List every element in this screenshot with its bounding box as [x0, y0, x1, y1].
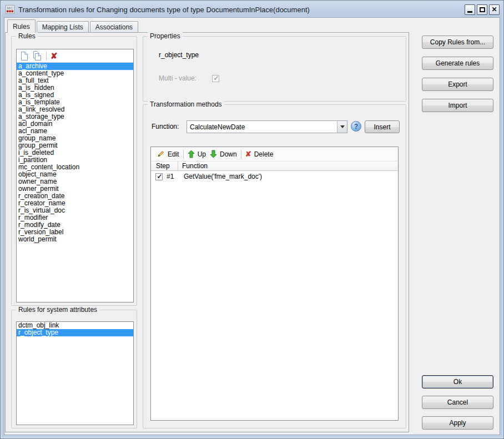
pencil-icon — [157, 150, 165, 158]
arrow-down-icon — [210, 150, 217, 158]
step-function: GetValue('fme_mark_doc') — [184, 173, 262, 180]
copy-page-icon — [32, 51, 42, 60]
tab[interactable]: Associations — [90, 21, 138, 32]
close-button[interactable]: ✕ — [489, 4, 500, 15]
system-rules-list: dctm_obj_linkr_object_type — [16, 321, 134, 425]
app-icon: MC — [6, 5, 14, 14]
delete-step-label: Delete — [254, 150, 274, 158]
dialog-action-button[interactable]: Apply — [422, 416, 493, 430]
chevron-down-icon — [340, 125, 345, 128]
multi-value-label: Multi - value: — [159, 74, 196, 82]
edit-step-button[interactable]: Edit — [157, 150, 179, 158]
system-rules-group: Rules for system attributes dctm_obj_lin… — [11, 310, 137, 428]
insert-button[interactable]: Insert — [365, 120, 400, 133]
system-rule-item[interactable]: r_object_type — [17, 329, 133, 336]
table-row[interactable]: #1 GetValue('fme_mark_doc') — [151, 171, 398, 182]
steps-table: Edit Up Down — [150, 147, 399, 421]
delete-x-icon: ✘ — [245, 150, 251, 158]
tab[interactable]: Rules — [7, 19, 36, 33]
function-column-header[interactable]: Function — [178, 162, 208, 170]
steps-table-body: #1 GetValue('fme_mark_doc') — [151, 171, 398, 182]
delete-step-button[interactable]: ✘ Delete — [245, 150, 274, 158]
rules-group-label: Rules — [16, 32, 38, 40]
rules-tab-page: Rules — [5, 32, 409, 432]
window-controls: ✕ — [465, 4, 500, 15]
toolbar-separator — [241, 150, 241, 159]
arrow-up-icon — [188, 150, 195, 158]
steps-toolbar: Edit Up Down — [151, 147, 398, 162]
side-action-button[interactable]: Generate rules — [422, 57, 493, 70]
side-action-button[interactable]: Export — [422, 78, 493, 91]
step-number: #1 — [167, 173, 179, 180]
rule-item[interactable]: world_permit — [17, 236, 133, 243]
side-action-button[interactable]: Import — [422, 99, 493, 112]
toolbar-separator — [46, 52, 47, 60]
function-select-dropdown-button[interactable] — [337, 121, 347, 133]
new-rule-button[interactable] — [19, 52, 28, 60]
tab-strip: RulesMapping ListsAssociations — [7, 19, 139, 33]
help-icon[interactable]: ? — [351, 121, 361, 132]
transformation-group: Transformation methods Function: Calcula… — [143, 104, 406, 428]
multi-value-checkbox — [212, 75, 219, 82]
function-select[interactable]: CalculateNewDate — [187, 120, 347, 133]
move-down-label: Down — [220, 150, 237, 158]
properties-group: Properties r_object_type Multi - value: — [143, 36, 406, 102]
dialog-action-button[interactable]: Ok — [422, 375, 493, 388]
transformation-group-label: Transformation methods — [148, 100, 224, 108]
window-title: Transformation rules for Changing docume… — [18, 6, 310, 14]
title-bar[interactable]: MC Transformation rules for Changing doc… — [2, 2, 502, 17]
new-page-icon — [19, 52, 28, 60]
rules-list-body: a_archivea_content_typea_full_texta_is_h… — [17, 63, 133, 243]
move-up-label: Up — [198, 150, 206, 158]
function-label: Function: — [152, 123, 179, 130]
close-icon: ✕ — [491, 6, 497, 13]
maximize-button[interactable] — [477, 4, 487, 15]
rules-group: Rules — [11, 36, 137, 306]
edit-step-label: Edit — [168, 150, 179, 158]
dialog-client-area: RulesMapping ListsAssociations Rules — [4, 17, 500, 435]
minimize-button[interactable] — [465, 4, 475, 15]
delete-rule-button[interactable]: ✘ — [51, 52, 58, 60]
attribute-name: r_object_type — [159, 51, 199, 59]
dialog-window: MC Transformation rules for Changing doc… — [0, 0, 504, 439]
rules-list: ✘ a_archivea_content_typea_full_texta_is… — [16, 49, 134, 302]
rules-list-toolbar: ✘ — [17, 49, 133, 63]
side-action-button[interactable]: Copy Rules from... — [422, 36, 493, 49]
multi-value-row: Multi - value: — [159, 74, 219, 82]
tab[interactable]: Mapping Lists — [37, 21, 89, 32]
step-enabled-checkbox[interactable] — [155, 173, 163, 180]
toolbar-separator — [183, 150, 184, 159]
dialog-action-button[interactable]: Cancel — [422, 396, 493, 409]
properties-group-label: Properties — [148, 32, 183, 40]
move-up-button[interactable]: Up — [188, 150, 206, 158]
system-rules-list-body: dctm_obj_linkr_object_type — [17, 322, 133, 336]
system-rules-group-label: Rules for system attributes — [16, 306, 99, 314]
minimize-icon — [467, 11, 472, 13]
svg-text:MC: MC — [7, 6, 13, 10]
copy-rule-button[interactable] — [32, 51, 42, 60]
step-column-header[interactable]: Step — [151, 162, 178, 170]
function-select-value: CalculateNewDate — [187, 123, 337, 131]
steps-table-header: Step Function — [151, 162, 398, 171]
maximize-icon — [480, 7, 485, 12]
move-down-button[interactable]: Down — [210, 150, 237, 158]
